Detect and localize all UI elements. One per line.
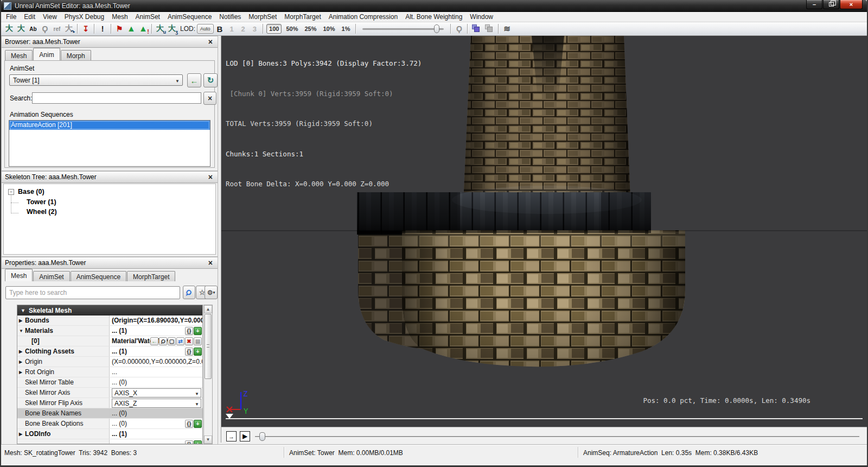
tab-mesh[interactable]: Mesh	[5, 50, 33, 60]
lod-auto-button[interactable]: Auto	[197, 24, 214, 34]
menu-window[interactable]: Window	[466, 12, 497, 22]
tab-anim[interactable]: Anim	[33, 48, 60, 60]
3d-viewport[interactable]: Z Y LOD [0] Bones:3 Polys:3942 (Display …	[221, 36, 867, 427]
empty-array-icon[interactable]: {}	[185, 348, 193, 356]
tree-node-tower[interactable]: Tower (1)	[27, 198, 56, 206]
socket-manager-icon[interactable]: 大	[3, 23, 15, 35]
swap-icon[interactable]: ⇄	[176, 337, 184, 345]
clear-search-button[interactable]: ×	[203, 92, 216, 105]
minimize-button[interactable]: –	[806, 0, 822, 9]
paste-bones-icon[interactable]	[485, 24, 494, 33]
zoom-10-button[interactable]: 10%	[321, 24, 337, 33]
mirror-anim-icon[interactable]: 大↷	[63, 23, 75, 35]
property-search-input[interactable]: Type here to search	[5, 286, 180, 299]
add-item-icon[interactable]: +	[194, 348, 202, 356]
menu-file[interactable]: File	[2, 12, 20, 22]
locked-icon[interactable]: ▤	[194, 337, 202, 345]
menu-alt-bone-weighting[interactable]: Alt. Bone Weighting	[401, 12, 466, 22]
menu-notifies[interactable]: Notifies	[215, 12, 245, 22]
property-row-skel-mirror-flip-axis[interactable]: Skel Mirror Flip Axis AXIS_Z▼	[17, 398, 202, 408]
play-triangle-icon[interactable]: ▲	[125, 23, 137, 35]
property-row-bone-break-names[interactable]: Bone Break Names ... (0)	[17, 408, 202, 419]
skeleton-close-icon[interactable]: ×	[207, 173, 214, 181]
empty-array-icon[interactable]: {}	[185, 440, 193, 444]
tab-prop-animsequence[interactable]: AnimSequence	[71, 271, 126, 281]
sync-browser-button[interactable]: ↻	[203, 73, 218, 87]
add-item-icon[interactable]: +	[194, 440, 202, 444]
property-row-skel-mirror-table[interactable]: Skel Mirror Table ... (0)	[17, 377, 202, 388]
zoom-50-button[interactable]: 50%	[284, 24, 300, 33]
collapse-toggle-icon[interactable]: −	[8, 189, 14, 195]
property-grid-scrollbar[interactable]: ▲ ▼	[203, 305, 213, 444]
property-row-clothing-assets[interactable]: ▶Clothing Assets ... (1) {}+	[17, 346, 202, 357]
new-notify-icon[interactable]: ↧	[80, 23, 92, 35]
play-button[interactable]: ▶	[240, 431, 250, 441]
copy-bones-icon[interactable]	[472, 24, 481, 33]
zoom-1-button[interactable]: 1%	[340, 24, 353, 33]
uv-view-icon[interactable]: 大u	[154, 23, 166, 35]
lod-base-button[interactable]: B	[217, 24, 223, 34]
tab-prop-animset[interactable]: AnimSet	[33, 271, 69, 281]
show-bone-names-icon[interactable]: Ab	[27, 23, 39, 35]
sequence-listbox[interactable]: ArmatureAction [201]	[9, 120, 210, 167]
property-row-lodinfo[interactable]: ▶LODInfo ... (1)	[17, 429, 202, 439]
anim-scrub-slider[interactable]	[255, 432, 859, 441]
menu-animation-compression[interactable]: Animation Compression	[325, 12, 401, 22]
find-in-browser-icon[interactable]: Ϙ	[159, 337, 167, 345]
zoom-100-button[interactable]: 100	[266, 24, 282, 34]
menu-morphtarget[interactable]: MorphTarget	[280, 12, 324, 22]
bulb-icon[interactable]: Ϙ	[39, 23, 51, 35]
anim-scrub-thumb[interactable]	[259, 432, 265, 441]
browser-close-icon[interactable]: ×	[207, 37, 214, 46]
use-selected-icon[interactable]: ←	[150, 337, 158, 345]
property-row-origin[interactable]: ▶Origin (X=0.000000,Y=0.000000,Z=0.0000	[17, 357, 202, 367]
menu-animsequence[interactable]: AnimSequence	[164, 12, 215, 22]
restore-button[interactable]	[823, 0, 839, 9]
fov-slider-thumb[interactable]	[434, 24, 439, 33]
animset-combo[interactable]: Tower [1] ▼	[9, 74, 183, 86]
add-item-icon[interactable]: +	[194, 420, 202, 428]
zoom-25-button[interactable]: 25%	[302, 24, 318, 33]
lod-3-button[interactable]: 3	[253, 25, 257, 33]
property-options-button[interactable]: ⚙▾	[205, 286, 218, 299]
property-search-icon[interactable]: Ϙ	[183, 286, 195, 299]
properties-panel-header[interactable]: Properties: aaa.Mesh.Tower ×	[2, 257, 218, 269]
clear-reference-icon[interactable]: ▢	[168, 337, 176, 345]
title-bar[interactable]: Unreal AnimSet Editor: aaa.Mesh.Tower – …	[1, 0, 867, 12]
property-row-material-0[interactable]: [0] Material'WatchTow ← Ϙ ▢ ⇄ ✖ ▤	[17, 336, 202, 346]
property-row-materials[interactable]: ▼Materials ... (1) {}+	[17, 326, 202, 336]
timeline-marker[interactable]	[226, 414, 233, 419]
tab-prop-mesh[interactable]: Mesh	[5, 269, 33, 281]
empty-array-icon[interactable]: {}	[185, 420, 193, 428]
tree-node-base[interactable]: Base (0)	[18, 188, 44, 195]
scrollbar-thumb[interactable]	[205, 314, 212, 379]
lod-1-button[interactable]: 1	[229, 25, 233, 33]
skel-mirror-axis-combo[interactable]: AXIS_X▼	[112, 388, 201, 397]
remove-item-icon[interactable]: ✖	[185, 337, 193, 345]
menu-edit[interactable]: Edit	[20, 12, 39, 22]
play-triangle-alert-icon[interactable]: ▲!	[137, 23, 149, 35]
menu-animset[interactable]: AnimSet	[132, 12, 164, 22]
wind-icon[interactable]: ≋	[501, 23, 513, 35]
loop-toggle-button[interactable]: →	[226, 431, 237, 441]
tab-prop-morphtarget[interactable]: MorphTarget	[127, 271, 175, 281]
skeleton-panel-header[interactable]: Skeleton Tree: aaa.Mesh.Tower ×	[2, 172, 218, 183]
property-row-bone-break-options[interactable]: Bone Break Options ... (0) {}+	[17, 419, 202, 429]
tab-morph[interactable]: Morph	[61, 50, 91, 60]
property-row-clipped[interactable]: {}+	[17, 439, 202, 444]
fov-slider[interactable]	[362, 24, 444, 34]
menu-morphset[interactable]: MorphSet	[245, 12, 280, 22]
prev-animset-button[interactable]: ←	[187, 73, 201, 87]
list-item[interactable]: ArmatureAction [201]	[9, 121, 210, 130]
menu-physx-debug[interactable]: PhysX Debug	[61, 12, 108, 22]
cloth-sim-icon[interactable]: 大ʒ	[166, 23, 178, 35]
notify-warning-icon[interactable]: !	[97, 23, 108, 35]
property-row-skel-mirror-axis[interactable]: Skel Mirror Axis AXIS_X▼	[17, 388, 202, 398]
flag-icon[interactable]: ⚑	[113, 23, 125, 35]
property-row-bounds[interactable]: ▶Bounds (Origin=(X=16.890030,Y=0.000	[17, 315, 202, 326]
scroll-down-icon[interactable]: ▼	[204, 436, 212, 444]
scroll-up-icon[interactable]: ▲	[204, 305, 212, 313]
bulb2-icon[interactable]: Ϙ	[453, 23, 465, 35]
empty-array-icon[interactable]: {}	[185, 327, 193, 335]
anim-timeline[interactable]	[226, 418, 863, 423]
